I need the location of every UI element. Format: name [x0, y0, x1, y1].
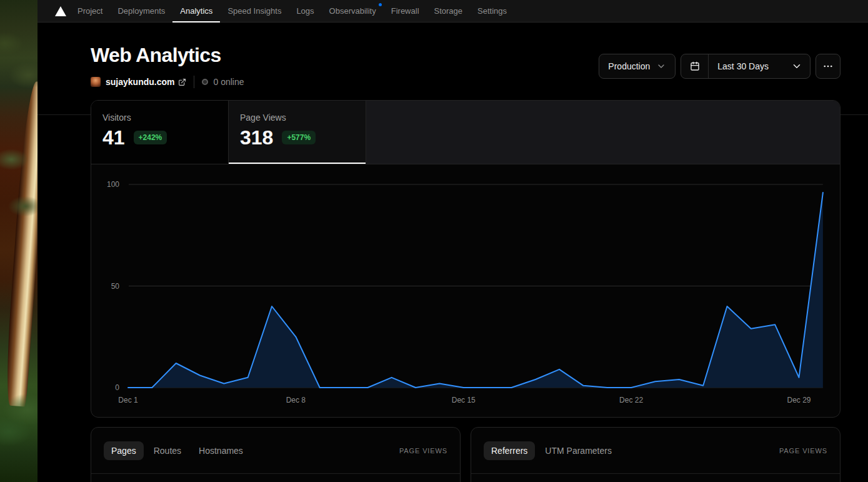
chevron-down-icon [791, 61, 802, 72]
x-axis-tick-label: Dec 29 [787, 396, 811, 404]
page-views-label: Page Views [240, 113, 354, 123]
header-controls: Production Last 30 Days [599, 54, 841, 79]
app-window: ProjectDeploymentsAnalyticsSpeed Insight… [37, 0, 868, 482]
pages-panel-header: PagesRoutesHostnames PAGE VIEWS [91, 428, 460, 474]
nav-tab-settings[interactable]: Settings [470, 0, 514, 22]
referrers-metric-label: PAGE VIEWS [779, 447, 827, 454]
stat-tabs: Visitors 41 +242% Page Views 318 +577% [91, 101, 840, 164]
panel-tab-routes[interactable]: Routes [146, 441, 189, 460]
date-range-label: Last 30 Days [717, 61, 769, 71]
referrers-panel: ReferrersUTM Parameters PAGE VIEWS [471, 427, 841, 482]
tab-page-views[interactable]: Page Views 318 +577% [229, 101, 366, 164]
pages-panel-tabs: PagesRoutesHostnames [104, 441, 251, 460]
domain-row: sujaykundu.com 0 online [91, 76, 244, 88]
chart-area-fill [128, 193, 823, 388]
page-header: Web Analytics sujaykundu.com 0 online Pr… [91, 23, 841, 88]
online-status: 0 online [202, 77, 244, 87]
x-axis-tick-label: Dec 1 [118, 396, 138, 404]
wallpaper-foliage [0, 0, 37, 482]
x-axis-tick-label: Dec 15 [452, 396, 476, 404]
page-views-value: 318 [240, 128, 273, 148]
online-indicator-icon [202, 79, 208, 85]
panel-tab-referrers[interactable]: Referrers [484, 441, 535, 460]
referrers-panel-header: ReferrersUTM Parameters PAGE VIEWS [471, 428, 840, 474]
date-range-selector[interactable]: Last 30 Days [681, 54, 811, 79]
vercel-logo-icon[interactable] [55, 6, 66, 16]
panel-tab-pages[interactable]: Pages [104, 441, 144, 460]
tab-visitors[interactable]: Visitors 41 +242% [91, 101, 229, 164]
nav-tab-deployments[interactable]: Deployments [110, 0, 172, 22]
nav-tabs: ProjectDeploymentsAnalyticsSpeed Insight… [70, 0, 514, 22]
analytics-chart-card: Visitors 41 +242% Page Views 318 +577% 0… [91, 100, 841, 418]
ellipsis-icon [822, 61, 834, 72]
visitors-change-badge: +242% [134, 131, 167, 144]
desktop-wallpaper [0, 0, 37, 482]
nav-tab-analytics[interactable]: Analytics [172, 0, 220, 22]
x-axis-tick-label: Dec 8 [286, 396, 306, 404]
y-axis-tick-label: 0 [115, 383, 119, 392]
domain-link[interactable]: sujaykundu.com [106, 77, 186, 87]
chevron-down-icon [656, 61, 666, 71]
online-status-text: 0 online [213, 77, 244, 87]
domain-text: sujaykundu.com [106, 77, 174, 87]
page-views-chart: 050100Dec 1Dec 8Dec 15Dec 22Dec 29 [91, 164, 841, 418]
bottom-panels: PagesRoutesHostnames PAGE VIEWS Referrer… [91, 427, 841, 482]
pages-panel: PagesRoutesHostnames PAGE VIEWS [91, 427, 461, 482]
nav-tab-firewall[interactable]: Firewall [384, 0, 427, 22]
calendar-icon [681, 54, 709, 78]
vertical-divider [194, 76, 194, 88]
panel-tab-hostnames[interactable]: Hostnames [191, 441, 251, 460]
nav-tab-project[interactable]: Project [70, 0, 110, 22]
nav-tab-logs[interactable]: Logs [289, 0, 321, 22]
main-nav: ProjectDeploymentsAnalyticsSpeed Insight… [37, 0, 868, 23]
y-axis-tick-label: 50 [111, 282, 120, 291]
notification-dot-icon [379, 3, 382, 6]
more-options-button[interactable] [816, 54, 841, 79]
page-title: Web Analytics [91, 44, 244, 67]
visitors-label: Visitors [102, 113, 217, 123]
nav-tab-speed-insights[interactable]: Speed Insights [220, 0, 289, 22]
chart-svg: 050100Dec 1Dec 8Dec 15Dec 22Dec 29 [91, 164, 841, 418]
visitors-value: 41 [102, 128, 125, 148]
x-axis-tick-label: Dec 22 [619, 396, 643, 404]
environment-selector[interactable]: Production [599, 54, 676, 79]
pages-metric-label: PAGE VIEWS [399, 447, 447, 454]
page-views-change-badge: +577% [282, 131, 316, 144]
external-link-icon [178, 78, 186, 86]
site-favicon [91, 77, 101, 87]
nav-tab-storage[interactable]: Storage [427, 0, 471, 22]
referrers-panel-tabs: ReferrersUTM Parameters [484, 441, 619, 460]
panel-tab-utm-parameters[interactable]: UTM Parameters [537, 441, 619, 460]
nav-tab-observability[interactable]: Observability [322, 0, 384, 22]
environment-label: Production [608, 61, 650, 71]
y-axis-tick-label: 100 [107, 180, 119, 189]
